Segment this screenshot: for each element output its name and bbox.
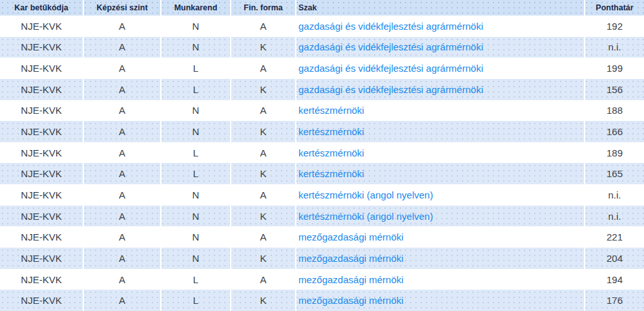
cell-fin-forma: A	[231, 226, 296, 248]
cell-fin-forma: A	[231, 16, 296, 37]
szak-link[interactable]: mezőgazdasági mérnöki	[296, 290, 585, 311]
szak-link[interactable]: gazdasági és vidékfejlesztési agrármérnö…	[296, 16, 585, 37]
cell-fin-forma: A	[231, 100, 296, 122]
szak-link[interactable]: gazdasági és vidékfejlesztési agrármérnö…	[296, 79, 585, 100]
column-header-kar-betukodja: Kar betűkódja	[0, 0, 84, 16]
cell-fin-forma: A	[231, 269, 296, 290]
szak-link[interactable]: kertészmérnöki (angol nyelven)	[296, 184, 585, 206]
szak-link[interactable]: kertészmérnöki	[296, 121, 585, 142]
cell-kar-betukodja: NJE-KVK	[0, 163, 84, 184]
cell-fin-forma: A	[231, 184, 296, 206]
szak-link[interactable]: kertészmérnöki	[296, 142, 585, 164]
cell-kar-betukodja: NJE-KVK	[0, 16, 84, 37]
cell-munkarend: L	[161, 163, 231, 184]
cell-fin-forma: A	[231, 58, 296, 79]
cell-kar-betukodja: NJE-KVK	[0, 269, 84, 290]
cell-munkarend: N	[161, 121, 231, 142]
table-body: NJE-KVK A N A gazdasági és vidékfejleszt…	[0, 16, 644, 311]
cell-ponthatar: 194	[585, 269, 644, 290]
cell-munkarend: L	[161, 79, 231, 100]
cell-ponthatar: 188	[585, 100, 644, 122]
cell-kar-betukodja: NJE-KVK	[0, 184, 84, 206]
cell-munkarend: N	[161, 184, 231, 206]
cell-ponthatar: 176	[585, 290, 644, 311]
cell-fin-forma: K	[231, 248, 296, 269]
cell-kepzesi-szint: A	[84, 121, 161, 142]
cell-fin-forma: K	[231, 206, 296, 227]
table-row: NJE-KVK A N K kertészmérnöki (angol nyel…	[0, 206, 644, 227]
cell-kar-betukodja: NJE-KVK	[0, 142, 84, 164]
szak-link[interactable]: kertészmérnöki (angol nyelven)	[296, 206, 585, 227]
column-header-kepzesi-szint: Képzési szint	[84, 0, 161, 16]
cell-kepzesi-szint: A	[84, 58, 161, 79]
cell-kepzesi-szint: A	[84, 226, 161, 248]
cell-kepzesi-szint: A	[84, 206, 161, 227]
cell-kar-betukodja: NJE-KVK	[0, 290, 84, 311]
table-row: NJE-KVK A L K kertészmérnöki 165	[0, 163, 644, 184]
cell-fin-forma: K	[231, 121, 296, 142]
cell-kepzesi-szint: A	[84, 16, 161, 37]
cell-kar-betukodja: NJE-KVK	[0, 37, 84, 58]
table-row: NJE-KVK A N K kertészmérnöki 166	[0, 121, 644, 142]
table-row: NJE-KVK A N A gazdasági és vidékfejleszt…	[0, 16, 644, 37]
cell-ponthatar: 221	[585, 226, 644, 248]
cell-kepzesi-szint: A	[84, 269, 161, 290]
cell-kar-betukodja: NJE-KVK	[0, 100, 84, 122]
cell-ponthatar: 166	[585, 121, 644, 142]
cell-munkarend: L	[161, 269, 231, 290]
cell-fin-forma: K	[231, 290, 296, 311]
cell-ponthatar: 156	[585, 79, 644, 100]
column-header-fin-forma: Fin. forma	[231, 0, 296, 16]
cell-kar-betukodja: NJE-KVK	[0, 206, 84, 227]
cell-munkarend: N	[161, 226, 231, 248]
table-row: NJE-KVK A L K mezőgazdasági mérnöki 176	[0, 290, 644, 311]
table-row: NJE-KVK A L A kertészmérnöki 189	[0, 142, 644, 164]
cell-fin-forma: K	[231, 37, 296, 58]
cell-ponthatar: 199	[585, 58, 644, 79]
cell-ponthatar: n.i.	[585, 37, 644, 58]
cell-kar-betukodja: NJE-KVK	[0, 121, 84, 142]
table-row: NJE-KVK A L A mezőgazdasági mérnöki 194	[0, 269, 644, 290]
cell-munkarend: N	[161, 37, 231, 58]
cell-ponthatar: 204	[585, 248, 644, 269]
szak-link[interactable]: gazdasági és vidékfejlesztési agrármérnö…	[296, 58, 585, 79]
cell-munkarend: L	[161, 142, 231, 164]
szak-link[interactable]: mezőgazdasági mérnöki	[296, 248, 585, 269]
admission-results-table: Kar betűkódja Képzési szint Munkarend Fi…	[0, 0, 644, 311]
cell-munkarend: N	[161, 100, 231, 122]
cell-kepzesi-szint: A	[84, 184, 161, 206]
table-row: NJE-KVK A N A kertészmérnöki 188	[0, 100, 644, 122]
cell-kar-betukodja: NJE-KVK	[0, 226, 84, 248]
column-header-munkarend: Munkarend	[161, 0, 231, 16]
cell-kepzesi-szint: A	[84, 100, 161, 122]
cell-kepzesi-szint: A	[84, 290, 161, 311]
szak-link[interactable]: kertészmérnöki	[296, 163, 585, 184]
cell-ponthatar: 165	[585, 163, 644, 184]
cell-munkarend: L	[161, 290, 231, 311]
cell-fin-forma: K	[231, 163, 296, 184]
szak-link[interactable]: gazdasági és vidékfejlesztési agrármérnö…	[296, 37, 585, 58]
table-row: NJE-KVK A N A mezőgazdasági mérnöki 221	[0, 226, 644, 248]
cell-munkarend: N	[161, 248, 231, 269]
szak-link[interactable]: mezőgazdasági mérnöki	[296, 269, 585, 290]
table-row: NJE-KVK A N A kertészmérnöki (angol nyel…	[0, 184, 644, 206]
table-row: NJE-KVK A L A gazdasági és vidékfejleszt…	[0, 58, 644, 79]
cell-kar-betukodja: NJE-KVK	[0, 79, 84, 100]
cell-kar-betukodja: NJE-KVK	[0, 58, 84, 79]
table-header-row: Kar betűkódja Képzési szint Munkarend Fi…	[0, 0, 644, 16]
column-header-szak: Szak	[296, 0, 585, 16]
cell-ponthatar: 192	[585, 16, 644, 37]
table-row: NJE-KVK A L K gazdasági és vidékfejleszt…	[0, 79, 644, 100]
table-row: NJE-KVK A N K gazdasági és vidékfejleszt…	[0, 37, 644, 58]
cell-munkarend: L	[161, 58, 231, 79]
column-header-ponthatar: Ponthatár	[585, 0, 644, 16]
cell-kepzesi-szint: A	[84, 79, 161, 100]
cell-kepzesi-szint: A	[84, 163, 161, 184]
cell-ponthatar: 189	[585, 142, 644, 164]
szak-link[interactable]: mezőgazdasági mérnöki	[296, 226, 585, 248]
cell-munkarend: N	[161, 16, 231, 37]
szak-link[interactable]: kertészmérnöki	[296, 100, 585, 122]
cell-munkarend: N	[161, 206, 231, 227]
cell-ponthatar: n.i.	[585, 206, 644, 227]
cell-kepzesi-szint: A	[84, 248, 161, 269]
